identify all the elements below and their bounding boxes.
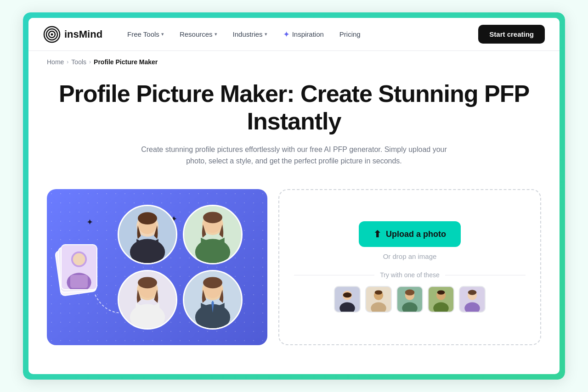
sample-photo-3[interactable] [396,286,423,313]
sample-photo-2[interactable] [365,286,392,313]
nav-resources[interactable]: Resources ▾ [173,27,224,42]
svg-point-3 [51,33,53,35]
try-label: Try with one of these [380,271,439,279]
svg-point-44 [437,291,445,295]
svg-point-13 [138,212,157,224]
svg-point-36 [375,291,383,295]
sample-svg-4 [429,287,453,312]
pfp-examples-grid [118,205,243,330]
sample-svg-1 [335,287,360,312]
start-creating-button[interactable]: Start creating [478,25,545,44]
drop-text: Or drop an image [383,252,437,260]
svg-point-40 [405,290,414,296]
try-divider: Try with one of these [294,271,526,279]
pfp-person-4 [184,271,241,328]
main-content: ✦ ✦ [28,182,560,364]
hero-section: Profile Picture Maker: Create Stunning P… [28,69,560,182]
breadcrumb-sep-2: › [89,59,91,65]
breadcrumb-tools[interactable]: Tools [71,58,86,66]
logo-text: insMind [64,28,102,40]
hero-illustration: ✦ ✦ [47,189,267,345]
chevron-down-icon: ▾ [215,31,217,37]
sample-svg-3 [397,287,422,312]
nav-free-tools[interactable]: Free Tools ▾ [121,27,170,42]
sample-svg-2 [366,287,391,312]
nav-pricing[interactable]: Pricing [333,27,367,42]
sparkle-icon: ✦ [283,29,290,39]
curve-decoration [90,290,127,318]
upload-photo-button[interactable]: ⬆ Upload a photo [359,221,461,247]
sample-photo-4[interactable] [428,286,454,313]
pfp-person-3 [119,271,176,328]
breadcrumb: Home › Tools › Profile Picture Maker [28,51,560,69]
pfp-example-1 [118,205,177,264]
breadcrumb-sep-1: › [67,59,68,65]
page-title: Profile Picture Maker: Create Stunning P… [47,80,541,135]
photo-card-front [61,244,97,290]
svg-point-32 [343,292,352,297]
sample-svg-5 [460,287,485,312]
logo-icon [43,26,61,43]
logo[interactable]: insMind [43,26,102,43]
nav-industries[interactable]: Industries ▾ [226,27,274,42]
svg-point-28 [203,277,222,288]
chevron-down-icon: ▾ [161,31,164,37]
pfp-person-2 [184,206,241,263]
page-subtitle: Create stunning profile pictures effortl… [133,144,455,167]
pfp-example-2 [183,205,243,264]
sparkle-decoration: ✦ [86,217,93,227]
pfp-example-4 [183,270,243,330]
navigation: insMind Free Tools ▾ Resources ▾ Industr… [28,18,560,51]
nav-inspiration[interactable]: ✦ Inspiration [277,26,330,43]
pfp-person-1 [119,206,176,263]
svg-point-18 [203,212,222,223]
sample-photo-5[interactable] [459,286,486,313]
chevron-down-icon: ▾ [265,31,267,37]
breadcrumb-current: Profile Picture Maker [94,58,158,66]
sample-photo-1[interactable] [334,286,361,313]
sample-photos [334,286,486,313]
svg-point-48 [468,290,477,295]
svg-rect-7 [70,275,88,288]
source-photo-stack [61,244,97,290]
svg-point-23 [138,277,157,288]
svg-point-8 [73,253,85,265]
breadcrumb-home[interactable]: Home [47,58,64,66]
upload-icon: ⬆ [373,229,381,240]
nav-links: Free Tools ▾ Resources ▾ Industries ▾ ✦ … [121,26,478,43]
upload-panel[interactable]: ⬆ Upload a photo Or drop an image Try wi… [278,189,541,345]
person-silhouette [62,245,96,289]
